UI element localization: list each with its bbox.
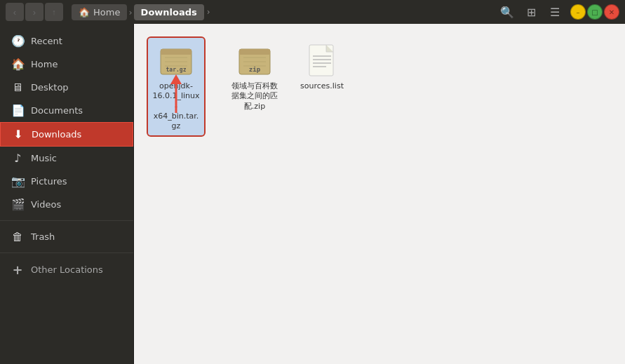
sidebar-label-other: Other Locations bbox=[31, 264, 103, 275]
file-icon-zip: zip bbox=[236, 42, 273, 79]
titlebar-actions: 🔍 ⊞ ☰ bbox=[497, 2, 565, 22]
sidebar-label-videos: Videos bbox=[31, 199, 61, 210]
svg-text:tar.gz: tar.gz bbox=[166, 67, 187, 73]
file-label-openjdk: openjdk-16.0.1_linux-x64_bin.tar.gz bbox=[152, 81, 200, 131]
downloads-icon: ⬇ bbox=[12, 128, 25, 141]
close-button[interactable]: ✕ bbox=[604, 4, 619, 20]
window-controls: – □ ✕ bbox=[570, 4, 619, 20]
music-icon: ♪ bbox=[11, 151, 24, 165]
sidebar-item-music[interactable]: ♪ Music bbox=[0, 147, 133, 170]
sidebar-item-videos[interactable]: 🎬 Videos bbox=[0, 193, 133, 216]
home-icon: 🏠 bbox=[79, 7, 90, 18]
sidebar-divider bbox=[0, 220, 133, 221]
breadcrumb-chevron-icon: › bbox=[207, 7, 210, 17]
sidebar-label-desktop: Desktop bbox=[31, 82, 69, 93]
file-label-sources: sources.list bbox=[300, 81, 344, 91]
sidebar-label-music: Music bbox=[31, 153, 57, 163]
sidebar-label-downloads: Downloads bbox=[32, 129, 81, 140]
pictures-icon: 📷 bbox=[11, 175, 24, 188]
breadcrumb: 🏠 Home › Downloads › bbox=[72, 4, 210, 20]
titlebar: ‹ › ↑ 🏠 Home › Downloads › 🔍 ⊞ ☰ – □ ✕ bbox=[0, 0, 625, 24]
sidebar-item-documents[interactable]: 📄 Documents bbox=[0, 99, 133, 122]
nav-controls: ‹ › ↑ bbox=[6, 3, 63, 21]
back-button[interactable]: ‹ bbox=[6, 3, 24, 21]
svg-text:zip: zip bbox=[249, 66, 261, 73]
sidebar-item-recent[interactable]: 🕐 Recent bbox=[0, 29, 133, 53]
desktop-icon: 🖥 bbox=[11, 81, 24, 94]
sidebar-label-trash: Trash bbox=[31, 231, 55, 242]
close-icon: ✕ bbox=[609, 8, 614, 16]
view-toggle-button[interactable]: ⊞ bbox=[521, 2, 541, 22]
sidebar-label-documents: Documents bbox=[31, 105, 83, 116]
minimize-button[interactable]: – bbox=[570, 4, 586, 20]
file-item-sources[interactable]: sources.list bbox=[294, 38, 350, 135]
documents-icon: 📄 bbox=[11, 104, 24, 117]
sidebar-label-pictures: Pictures bbox=[31, 176, 67, 187]
search-button[interactable]: 🔍 bbox=[497, 2, 517, 22]
menu-button[interactable]: ☰ bbox=[545, 2, 565, 22]
sidebar-item-desktop[interactable]: 🖥 Desktop bbox=[0, 76, 133, 99]
file-label-zip: 领域与百科数据集之间的匹配.zip bbox=[231, 81, 278, 112]
svg-rect-1 bbox=[161, 49, 191, 55]
home-sidebar-icon: 🏠 bbox=[11, 58, 24, 71]
sidebar-label-recent: Recent bbox=[31, 36, 62, 46]
sidebar-label-home: Home bbox=[31, 59, 58, 69]
file-icon-text bbox=[304, 42, 340, 79]
home-label: Home bbox=[93, 7, 120, 18]
add-icon: + bbox=[11, 262, 24, 277]
sidebar-item-pictures[interactable]: 📷 Pictures bbox=[0, 170, 133, 193]
file-icon-targz: tar.gz bbox=[158, 42, 194, 79]
breadcrumb-separator: › bbox=[128, 7, 132, 18]
sidebar-item-other-locations[interactable]: + Other Locations bbox=[0, 257, 133, 282]
file-item-zip[interactable]: zip 领域与百科数据集之间的匹配.zip bbox=[227, 38, 283, 135]
sidebar-divider-2 bbox=[0, 252, 133, 253]
trash-icon: 🗑 bbox=[11, 230, 24, 243]
maximize-button[interactable]: □ bbox=[587, 4, 603, 20]
up-button[interactable]: ↑ bbox=[45, 3, 63, 21]
breadcrumb-home[interactable]: 🏠 Home bbox=[72, 4, 127, 20]
maximize-icon: □ bbox=[591, 8, 598, 16]
minimize-icon: – bbox=[577, 8, 580, 16]
main-area: 🕐 Recent 🏠 Home 🖥 Desktop 📄 Documents ⬇ … bbox=[0, 24, 625, 364]
breadcrumb-current-folder[interactable]: Downloads bbox=[134, 4, 204, 20]
sidebar: 🕐 Recent 🏠 Home 🖥 Desktop 📄 Documents ⬇ … bbox=[0, 24, 134, 364]
file-area: tar.gz openjdk-16.0.1_linux-x64_bin.tar.… bbox=[134, 24, 625, 364]
file-grid: tar.gz openjdk-16.0.1_linux-x64_bin.tar.… bbox=[148, 38, 611, 135]
recent-icon: 🕐 bbox=[11, 34, 24, 48]
sidebar-item-trash[interactable]: 🗑 Trash bbox=[0, 225, 133, 248]
sidebar-item-home[interactable]: 🏠 Home bbox=[0, 53, 133, 76]
forward-button[interactable]: › bbox=[25, 3, 43, 21]
current-folder-label: Downloads bbox=[141, 7, 197, 18]
file-item-openjdk[interactable]: tar.gz openjdk-16.0.1_linux-x64_bin.tar.… bbox=[148, 38, 204, 135]
svg-rect-9 bbox=[239, 49, 270, 55]
videos-icon: 🎬 bbox=[11, 198, 24, 211]
sidebar-item-downloads[interactable]: ⬇ Downloads bbox=[0, 122, 133, 147]
